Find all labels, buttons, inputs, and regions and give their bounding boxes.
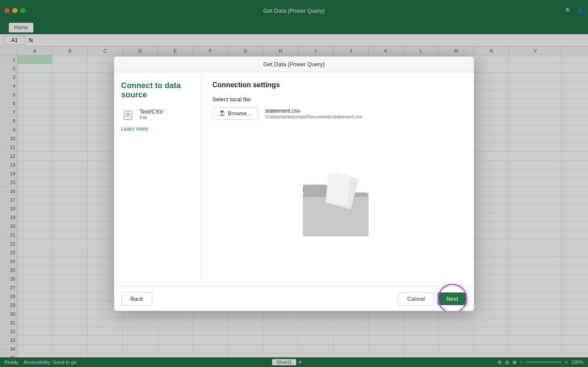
source-info: Text/CSV File [140,108,163,120]
dialog-footer: Back Cancel Next [114,286,474,311]
browse-label: Browse... [228,110,251,117]
get-data-dialog: Get Data (Power Query) Connect to data s… [114,57,474,311]
dialog-sidebar: Connect to data source Text/CSV File [114,72,202,286]
dialog-heading: Connect to data source [121,81,194,100]
svg-rect-7 [326,173,350,204]
file-info: statement.csv /Users/sarahjunejo/Documen… [265,107,362,119]
upload-icon [219,110,225,116]
learn-more-link[interactable]: Learn more [121,126,194,132]
source-type: File [140,115,163,120]
source-name: Text/CSV [140,108,163,115]
dialog-title: Get Data (Power Query) [263,61,325,68]
file-select-row: Browse... statement.csv /Users/sarahjune… [212,107,463,120]
svg-rect-0 [124,111,132,120]
footer-left: Back [121,292,152,306]
source-item-text-csv: Text/CSV File [121,108,194,122]
select-file-label: Select local file: [212,96,463,103]
next-button[interactable]: Next [437,292,467,305]
file-path: /Users/sarahjunejo/Documents/statement.c… [265,114,362,119]
text-csv-icon [121,108,135,122]
footer-right: Cancel Next [398,292,467,306]
folder-illustration [212,125,463,278]
dialog-overlay: Get Data (Power Query) Connect to data s… [0,0,588,367]
next-button-wrapper: Next [437,292,467,305]
file-name: statement.csv [265,107,362,114]
folder-svg [294,162,382,241]
dialog-body: Connect to data source Text/CSV File [114,72,474,286]
dialog-title-bar: Get Data (Power Query) [114,57,474,72]
back-button[interactable]: Back [121,292,152,306]
connection-settings-title: Connection settings [212,81,463,89]
dialog-content: Connection settings Select local file: B… [202,72,474,286]
cancel-button[interactable]: Cancel [398,292,434,306]
browse-button[interactable]: Browse... [212,107,258,120]
